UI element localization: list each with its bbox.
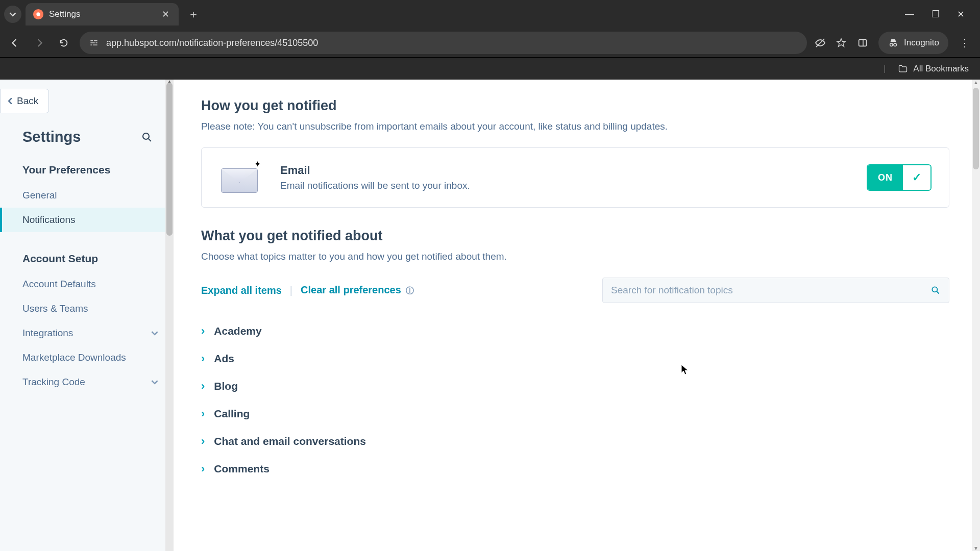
settings-header: Settings [0,113,174,157]
minimize-button[interactable]: — [905,9,914,20]
topic-search-input[interactable] [611,285,930,296]
reload-button[interactable] [55,34,72,52]
sidebar-item-label: Account Defaults [22,279,96,290]
info-icon: ⓘ [406,286,414,295]
section-what-notified-title: What you get notified about [201,228,949,244]
svg-rect-7 [93,44,97,45]
arrow-right-icon [34,37,45,48]
forward-nav-button[interactable] [31,34,48,52]
window-controls: — ❐ ✕ [905,9,976,20]
svg-rect-4 [90,42,94,43]
close-window-button[interactable]: ✕ [957,9,965,20]
settings-title: Settings [22,129,81,145]
svg-line-17 [937,292,939,294]
topic-search-box[interactable] [602,278,949,303]
sidebar-item-label: Integrations [22,328,73,339]
topic-ads[interactable]: ›Ads [201,345,949,372]
sidepanel-button[interactable] [854,34,871,52]
sidebar-item-label: Users & Teams [22,303,88,314]
chevron-right-icon: › [201,462,205,475]
sidebar-scroll-thumb[interactable] [166,83,173,236]
tab-strip: Settings ✕ ＋ — ❐ ✕ [0,0,980,29]
section-how-notified-title: How you get notified [201,98,949,114]
chevron-down-icon [9,11,16,18]
topic-label: Comments [214,463,270,475]
all-bookmarks-button[interactable]: All Bookmarks [913,64,969,74]
browser-tab[interactable]: Settings ✕ [26,3,179,26]
bookmark-star-icon[interactable] [836,37,847,48]
tab-title: Settings [49,9,157,19]
url-field[interactable]: app.hubspot.com/notification-preferences… [80,32,807,54]
main-scroll-thumb[interactable] [973,88,979,169]
sidebar-item-marketplace-downloads[interactable]: Marketplace Downloads [0,345,174,370]
back-button[interactable]: Back [0,89,49,113]
scroll-up-icon: ▲ [972,80,980,85]
hubspot-favicon-icon [33,9,44,20]
incognito-label: Incognito [904,38,939,48]
topic-comments[interactable]: ›Comments [201,455,949,483]
url-actions [814,37,847,49]
svg-line-15 [149,139,151,141]
tab-search-button[interactable] [4,6,21,23]
chevron-left-icon [7,97,14,105]
sidebar-item-general[interactable]: General [0,183,174,208]
topic-calling[interactable]: ›Calling [201,400,949,428]
topic-label: Ads [214,353,234,365]
svg-point-1 [36,12,40,16]
tab-close-button[interactable]: ✕ [162,9,169,20]
arrow-left-icon [9,37,20,48]
nav-section-your-preferences: Your Preferences [0,157,174,183]
sidebar-item-tracking-code[interactable]: Tracking Code [0,370,174,394]
sidebar-item-account-defaults[interactable]: Account Defaults [0,272,174,296]
bookmarks-bar: | All Bookmarks [0,57,980,80]
sidebar: Back Settings Your Preferences General N… [0,80,174,551]
browser-menu-button[interactable]: ⋮ [955,37,974,49]
nav-section-account-setup: Account Setup [0,245,174,272]
email-channel-text: Email Email notifications will be sent t… [280,164,846,191]
topic-label: Academy [214,325,261,337]
back-nav-button[interactable] [6,34,23,52]
chevron-down-icon [151,379,158,386]
maximize-button[interactable]: ❐ [932,9,940,20]
sidepanel-icon [857,37,868,48]
section-what-notified-note: Choose what topics matter to you and how… [201,251,949,262]
site-settings-icon [89,38,99,48]
svg-point-11 [890,43,893,46]
topic-actions-row: Expand all items | Clear all preferences… [201,278,949,303]
sidebar-item-users-teams[interactable]: Users & Teams [0,296,174,321]
clear-all-label: Clear all preferences [301,284,401,295]
svg-point-16 [932,287,937,292]
topic-blog[interactable]: ›Blog [201,372,949,400]
email-envelope-icon: ✦ [219,162,260,193]
back-label: Back [17,95,38,107]
email-channel-desc: Email notifications will be sent to your… [280,180,846,191]
svg-rect-3 [94,40,97,41]
incognito-indicator[interactable]: Incognito [878,32,948,54]
svg-rect-2 [90,40,93,41]
sidebar-item-label: General [22,190,57,201]
main-scrollbar[interactable]: ▲ ▼ [972,80,980,551]
email-toggle[interactable]: ON ✓ [867,164,932,191]
chevron-down-icon [151,330,158,337]
settings-search-button[interactable] [141,131,153,143]
incognito-eye-icon[interactable] [814,37,826,49]
topic-label: Blog [214,380,238,392]
chevron-right-icon: › [201,380,205,393]
search-icon [141,131,153,143]
check-icon: ✓ [903,165,930,190]
topic-chat-email[interactable]: ›Chat and email conversations [201,428,949,455]
clear-all-button[interactable]: Clear all preferences ⓘ [301,284,414,296]
sidebar-item-integrations[interactable]: Integrations [0,321,174,345]
sidebar-item-notifications[interactable]: Notifications [0,208,174,232]
svg-point-14 [143,133,149,139]
section-how-notified-note: Please note: You can't unsubscribe from … [201,121,949,132]
expand-all-button[interactable]: Expand all items [201,285,282,296]
sidebar-scrollbar[interactable]: ▲ [165,80,174,551]
svg-point-12 [894,43,897,46]
topic-label: Chat and email conversations [214,435,366,447]
chevron-right-icon: › [201,407,205,420]
scroll-down-icon: ▼ [972,545,980,551]
new-tab-button[interactable]: ＋ [183,7,204,22]
topic-academy[interactable]: ›Academy [201,317,949,345]
chevron-right-icon: › [201,324,205,338]
